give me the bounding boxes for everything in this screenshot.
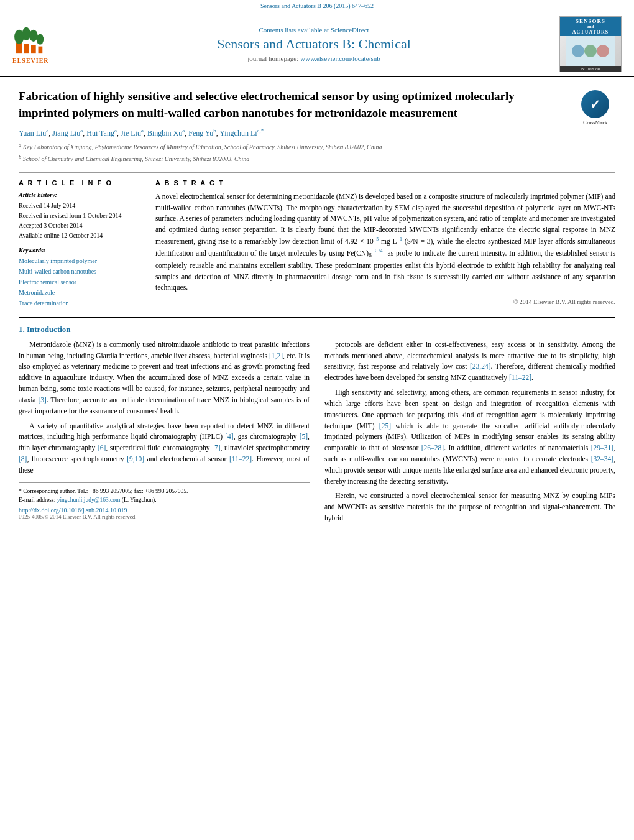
elsevier-tree-icon	[12, 25, 50, 56]
crossmark-icon: ✓	[581, 90, 609, 118]
sensors-logo-image	[560, 36, 621, 66]
article-info-column: A R T I C L E I N F O Article history: R…	[19, 179, 143, 308]
sensors-logo-area: SENSORS and ACTUATORS B: Chemical	[553, 16, 622, 72]
article-revised: Received in revised form 1 October 2014	[19, 211, 143, 221]
homepage-url[interactable]: www.elsevier.com/locate/snb	[300, 55, 380, 62]
keyword-1: Molecularly imprinted polymer	[19, 256, 143, 266]
ref-11-22[interactable]: [11–22]	[229, 455, 252, 463]
keywords-label: Keywords:	[19, 247, 143, 254]
keyword-2: Multi-walled carbon nanotubes	[19, 266, 143, 277]
sensors-logo-line1: SENSORS	[561, 18, 620, 24]
svg-point-3	[29, 29, 37, 41]
svg-rect-5	[24, 44, 29, 53]
author-hui-tang: Hui Tang	[86, 129, 114, 137]
author-feng-yu: Feng Yu	[188, 129, 213, 137]
author-yingchun-li: Yingchun Li	[219, 129, 257, 137]
footnote-email-label: E-mail address:	[19, 497, 55, 503]
sciencedirect-link: Contents lists available at ScienceDirec…	[75, 26, 553, 34]
divider-1	[19, 172, 615, 173]
footnote-email[interactable]: yingchunli.judy@163.com	[57, 497, 121, 503]
article-accepted: Accepted 3 October 2014	[19, 221, 143, 231]
author-jiang-liu-sup: a	[80, 127, 83, 134]
elsevier-logo-area: ELSEVIER	[12, 25, 75, 64]
crossmark-badge: ✓ CrossMark	[575, 88, 615, 129]
abstract-column: A B S T R A C T A novel electrochemical …	[155, 179, 615, 308]
intro-p2: A variety of quantitative analytical str…	[19, 421, 310, 476]
ref-23-24[interactable]: [23,24]	[470, 362, 491, 370]
info-abstract-columns: A R T I C L E I N F O Article history: R…	[19, 179, 615, 308]
body-text-left: Metronidazole (MNZ) is a commonly used n…	[19, 339, 310, 476]
svg-rect-6	[31, 45, 36, 53]
bottom-divider	[19, 317, 615, 318]
ref-1-2[interactable]: [1,2]	[269, 352, 283, 359]
svg-point-11	[597, 45, 609, 57]
article-title-text: Fabrication of highly sensitive and sele…	[19, 90, 515, 119]
header-center: Contents lists available at ScienceDirec…	[75, 26, 553, 62]
body-two-columns: Metronidazole (MNZ) is a commonly used n…	[19, 339, 615, 528]
article-info-heading: A R T I C L E I N F O	[19, 179, 143, 187]
article-history-label: Article history:	[19, 192, 143, 198]
sensors-logo-graphic	[566, 36, 615, 66]
affiliation-a: a Key Laboratory of Xinjiang, Phytomedic…	[19, 142, 615, 152]
author-feng-yu-sup: b	[213, 127, 216, 134]
ref-11-22b[interactable]: [11–22]	[509, 374, 531, 381]
ref-26-28[interactable]: [26–28]	[421, 444, 444, 451]
footnote-star: * Corresponding author. Tel.: +86 993 20…	[19, 488, 188, 494]
abstract-text: A novel electrochemical sensor for deter…	[155, 192, 615, 293]
svg-rect-0	[16, 42, 22, 53]
ref-7[interactable]: [7]	[212, 444, 220, 451]
ref-9-10[interactable]: [9,10]	[127, 455, 144, 463]
author-yuan-liu: Yuan Liu	[19, 129, 46, 137]
keyword-3: Electrochemical sensor	[19, 277, 143, 287]
svg-rect-7	[39, 46, 43, 53]
article-title-area: Fabrication of highly sensitive and sele…	[19, 88, 615, 121]
ref-8[interactable]: [8]	[19, 455, 27, 463]
intro-p1: Metronidazole (MNZ) is a commonly used n…	[19, 339, 310, 417]
article-available: Available online 12 October 2014	[19, 231, 143, 241]
author-yuan-liu-sup: a	[46, 127, 48, 134]
homepage-label: journal homepage:	[247, 55, 300, 62]
citation-text: Sensors and Actuators B 206 (2015) 647–6…	[260, 2, 374, 9]
sensors-logo: SENSORS and ACTUATORS B: Chemical	[559, 16, 622, 72]
elsevier-logo: ELSEVIER	[12, 25, 75, 64]
elsevier-text: ELSEVIER	[12, 57, 49, 64]
citation-bar: Sensors and Actuators B 206 (2015) 647–6…	[0, 0, 634, 11]
svg-point-10	[584, 45, 597, 57]
sensors-logo-line2: and	[561, 24, 620, 29]
intro-col2-p3: Herein, we constructed a novel electroch…	[324, 491, 615, 524]
ref-4[interactable]: [4]	[225, 433, 233, 440]
ref-6[interactable]: [6]	[98, 444, 106, 451]
sensors-logo-line3: ACTUATORS	[561, 29, 620, 35]
sensors-logo-bottom: B: Chemical	[560, 66, 621, 72]
copyright-line: © 2014 Elsevier B.V. All rights reserved…	[155, 298, 615, 305]
sciencedirect-name[interactable]: ScienceDirect	[331, 26, 369, 34]
keyword-4: Metronidazole	[19, 287, 143, 298]
body-col-left: Metronidazole (MNZ) is a commonly used n…	[19, 339, 310, 528]
author-yingchun-li-sup: a,*	[257, 127, 264, 134]
authors-line: Yuan Liua, Jiang Liua, Hui Tanga, Jie Li…	[19, 127, 615, 138]
keyword-5: Trace determination	[19, 298, 143, 308]
footnote-email-suffix: (L. Yingchun).	[122, 497, 157, 503]
footnote-area: * Corresponding author. Tel.: +86 993 20…	[19, 482, 310, 520]
ref-5[interactable]: [5]	[300, 433, 308, 440]
affiliation-b: b School of Chemistry and Chemical Engin…	[19, 154, 615, 164]
svg-point-9	[572, 45, 584, 57]
page-wrapper: Sensors and Actuators B 206 (2015) 647–6…	[0, 0, 634, 840]
sensors-logo-top: SENSORS and ACTUATORS	[560, 17, 621, 36]
author-hui-tang-sup: a	[114, 127, 117, 134]
ref-25[interactable]: [25]	[379, 422, 391, 430]
crossmark-label: CrossMark	[583, 119, 607, 126]
author-bingbin-xu: Bingbin Xu	[147, 129, 182, 137]
intro-col2-p1: protocols are deficient either in cost-e…	[324, 339, 615, 384]
issn-line: 0925-4005/© 2014 Elsevier B.V. All right…	[19, 514, 310, 520]
ref-3[interactable]: [3]	[38, 396, 46, 404]
doi-line[interactable]: http://dx.doi.org/10.1016/j.snb.2014.10.…	[19, 507, 310, 514]
svg-point-2	[22, 27, 30, 40]
ref-32-34[interactable]: [32–34]	[591, 455, 613, 463]
body-col-right: protocols are deficient either in cost-e…	[324, 339, 615, 528]
journal-title: Sensors and Actuators B: Chemical	[75, 36, 553, 52]
sciencedirect-prefix: Contents lists available at	[259, 26, 330, 34]
ref-29-31[interactable]: [29–31]	[591, 444, 613, 451]
author-bingbin-xu-sup: a	[182, 127, 185, 134]
article-content: Fabrication of highly sensitive and sele…	[0, 77, 634, 540]
